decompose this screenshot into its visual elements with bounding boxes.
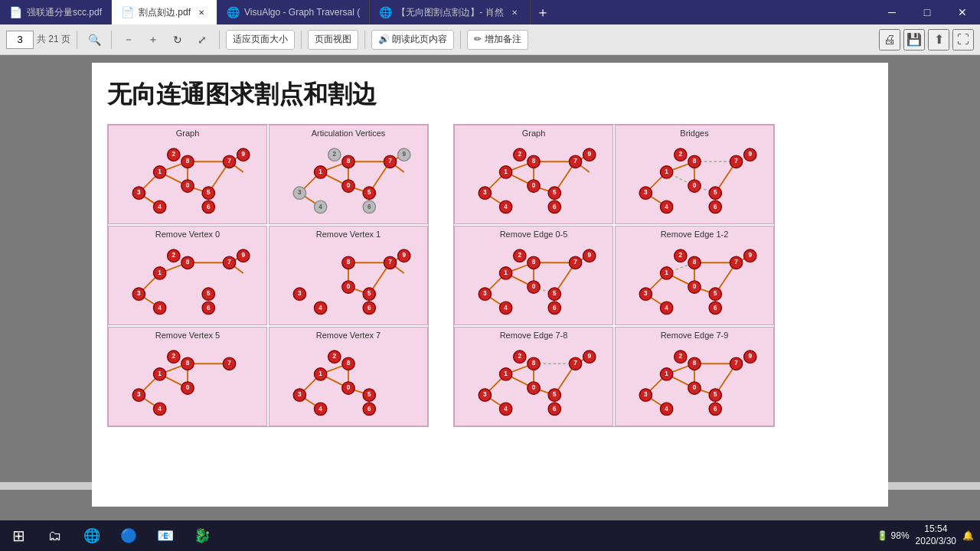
tab-scc[interactable]: 📄 强联通分量scc.pdf bbox=[0, 0, 112, 24]
content-grid: Graph bbox=[107, 124, 873, 427]
tab-xiao[interactable]: 🌐 【无向图割点割边】- 肖然 ✕ bbox=[370, 0, 530, 24]
svg-text:4: 4 bbox=[318, 406, 322, 412]
left-section: Graph bbox=[107, 124, 429, 427]
divider-6 bbox=[460, 31, 461, 49]
cell-title-graph-right: Graph bbox=[458, 129, 609, 138]
svg-text:0: 0 bbox=[347, 283, 351, 290]
svg-remove-e12: 1 3 8 0 4 5 6 bbox=[619, 242, 770, 318]
maximize-button[interactable]: □ bbox=[910, 0, 945, 24]
svg-text:5: 5 bbox=[368, 391, 371, 398]
svg-text:5: 5 bbox=[714, 391, 717, 398]
svg-text:6: 6 bbox=[714, 204, 717, 210]
taskbar-apps: 🗂 🌐 🔵 📧 🐉 bbox=[37, 520, 220, 551]
svg-text:2: 2 bbox=[172, 252, 176, 259]
svg-text:9: 9 bbox=[587, 353, 591, 360]
svg-text:9: 9 bbox=[241, 151, 245, 158]
svg-text:3: 3 bbox=[137, 391, 141, 398]
svg-remove-e78: 1 3 8 0 4 5 6 bbox=[458, 343, 609, 419]
svg-text:9: 9 bbox=[402, 252, 406, 259]
cell-title-graph-left: Graph bbox=[112, 129, 263, 138]
fit-page-button[interactable]: 适应页面大小 bbox=[226, 30, 295, 50]
svg-text:6: 6 bbox=[714, 305, 717, 311]
zoom-out-button[interactable]: － bbox=[118, 29, 139, 51]
pdf-icon-2: 📄 bbox=[121, 6, 134, 18]
pdf-area: 无向连通图求割点和割边 Graph bbox=[0, 55, 980, 520]
minimize-button[interactable]: ─ bbox=[874, 0, 910, 24]
svg-remove-v5: 1 3 8 0 4 7 2 bbox=[112, 343, 263, 419]
svg-text:1: 1 bbox=[504, 168, 508, 175]
share-button[interactable]: ⬆ bbox=[928, 29, 949, 51]
tab-bridges[interactable]: 📄 割点刻边.pdf ✕ bbox=[112, 0, 217, 24]
page-number-input[interactable] bbox=[6, 31, 34, 49]
cell-title-e79: Remove Edge 7-9 bbox=[619, 331, 770, 340]
svg-text:5: 5 bbox=[207, 189, 211, 196]
cell-title-v5: Remove Vertex 5 bbox=[112, 331, 263, 340]
fullscreen-button[interactable]: ⛶ bbox=[952, 29, 974, 51]
svg-text:9: 9 bbox=[587, 252, 591, 259]
taskbar-explorer[interactable]: 🗂 bbox=[37, 520, 74, 551]
tab-visalgo[interactable]: 🌐 VisuAlgo - Graph Traversal ( bbox=[217, 0, 370, 24]
taskbar-other[interactable]: 🐉 bbox=[184, 520, 220, 551]
svg-text:1: 1 bbox=[158, 269, 162, 276]
svg-text:9: 9 bbox=[402, 151, 406, 158]
svg-text:3: 3 bbox=[483, 189, 487, 196]
fit-width-button[interactable]: ⤢ bbox=[191, 29, 213, 51]
svg-text:9: 9 bbox=[748, 151, 752, 158]
svg-text:0: 0 bbox=[532, 182, 536, 189]
svg-text:0: 0 bbox=[693, 384, 697, 391]
taskbar-right: 🔋 98% 15:54 2020/3/30 🔔 bbox=[877, 523, 980, 547]
search-button[interactable]: 🔍 bbox=[83, 29, 105, 51]
new-tab-button[interactable]: ＋ bbox=[531, 0, 555, 24]
svg-remove-v1: 3 8 0 4 5 6 7 bbox=[273, 242, 424, 318]
start-button[interactable]: ⊞ bbox=[0, 520, 37, 551]
taskbar-chrome[interactable]: 🌐 bbox=[74, 520, 110, 551]
divider-5 bbox=[364, 31, 365, 49]
taskbar-time: 15:54 bbox=[916, 523, 956, 536]
print-button[interactable]: 🖨 bbox=[879, 29, 900, 51]
svg-text:7: 7 bbox=[388, 158, 392, 165]
read-aloud-button[interactable]: 🔊 朗读此页内容 bbox=[371, 30, 454, 50]
svg-text:2: 2 bbox=[679, 151, 683, 158]
left-graph-grid: Graph bbox=[107, 124, 429, 427]
notification-icon[interactable]: 🔔 bbox=[962, 530, 974, 541]
svg-text:0: 0 bbox=[347, 182, 351, 189]
svg-graph-left: 1 3 8 0 4 5 6 bbox=[112, 141, 263, 217]
svg-text:9: 9 bbox=[587, 151, 591, 158]
svg-text:0: 0 bbox=[347, 384, 351, 391]
svg-text:4: 4 bbox=[318, 204, 322, 210]
battery-indicator: 🔋 98% bbox=[877, 530, 909, 541]
cell-title-v7: Remove Vertex 7 bbox=[273, 331, 424, 340]
add-notes-button[interactable]: ✏ 增加备注 bbox=[467, 30, 528, 50]
save-button[interactable]: 💾 bbox=[903, 29, 925, 51]
svg-text:5: 5 bbox=[553, 290, 557, 297]
tab-label-1: 强联通分量scc.pdf bbox=[27, 6, 102, 19]
svg-text:7: 7 bbox=[573, 360, 577, 367]
svg-text:0: 0 bbox=[186, 384, 190, 391]
svg-text:0: 0 bbox=[693, 182, 697, 189]
tab-close-2[interactable]: ✕ bbox=[195, 7, 207, 18]
tab-close-4[interactable]: ✕ bbox=[508, 7, 521, 18]
svg-remove-e79: 1 3 8 0 4 5 6 bbox=[619, 343, 770, 419]
svg-text:8: 8 bbox=[532, 259, 536, 266]
svg-text:4: 4 bbox=[504, 406, 508, 412]
taskbar-edge[interactable]: 🔵 bbox=[110, 520, 147, 551]
svg-text:4: 4 bbox=[504, 305, 508, 311]
svg-remove-e05: 1 3 8 0 4 5 6 bbox=[458, 242, 609, 318]
svg-artic: 3 2 4 6 9 1 bbox=[273, 141, 424, 217]
taskbar-mail[interactable]: 📧 bbox=[147, 520, 184, 551]
cell-title-e12: Remove Edge 1-2 bbox=[619, 230, 770, 239]
svg-text:4: 4 bbox=[504, 204, 508, 210]
page-view-button[interactable]: 页面视图 bbox=[308, 30, 358, 50]
tab-label-4: 【无向图割点割边】- 肖然 bbox=[397, 6, 503, 19]
svg-text:1: 1 bbox=[665, 370, 668, 377]
close-button[interactable]: ✕ bbox=[945, 0, 980, 24]
cell-bridges: Bridges bbox=[615, 125, 774, 224]
rotate-button[interactable]: ↻ bbox=[167, 29, 188, 51]
svg-text:6: 6 bbox=[553, 406, 557, 412]
svg-text:4: 4 bbox=[318, 305, 322, 311]
cell-graph-right: Graph bbox=[454, 125, 613, 224]
svg-text:8: 8 bbox=[693, 158, 697, 165]
taskbar-date: 2020/3/30 bbox=[916, 536, 956, 548]
svg-text:0: 0 bbox=[532, 283, 536, 290]
zoom-in-button[interactable]: ＋ bbox=[142, 29, 164, 51]
